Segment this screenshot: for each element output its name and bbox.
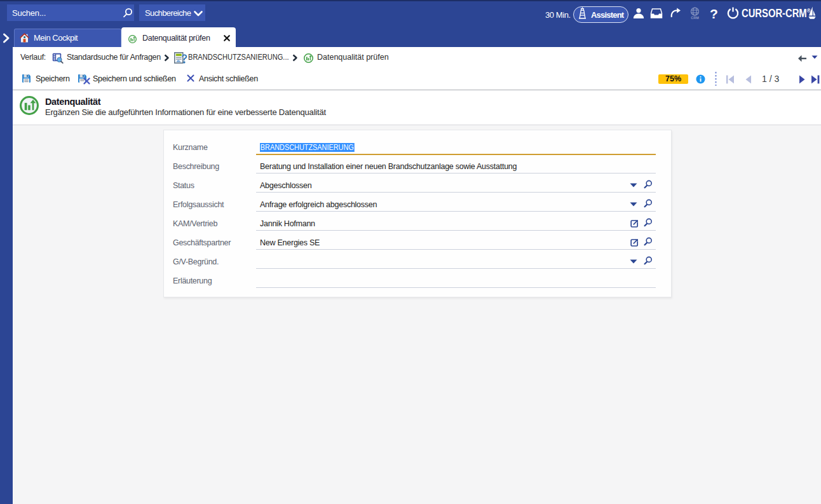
svg-text:CRM: CRM [691, 16, 699, 20]
